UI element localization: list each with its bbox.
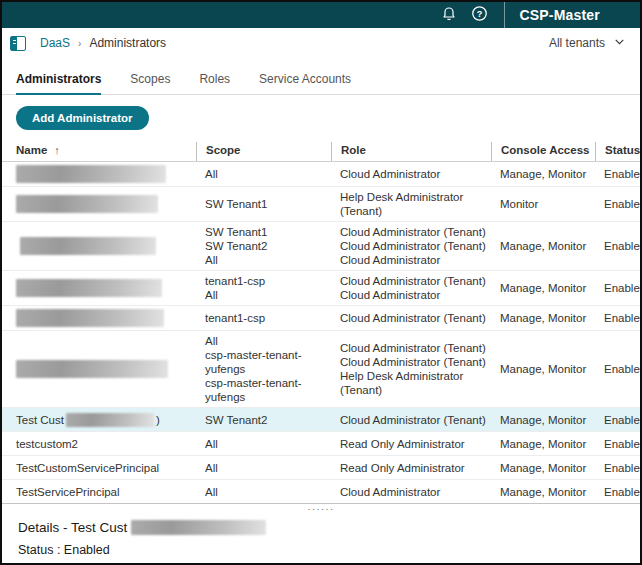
question-mark-icon: ? (471, 5, 488, 26)
role-cell: Read Only Administrator (331, 432, 491, 455)
name-cell (2, 187, 196, 221)
role-line: Cloud Administrator (Tenant) (340, 225, 487, 239)
console-access-cell: Manage, Monitor (491, 456, 595, 479)
name-cell (2, 271, 196, 305)
role-cell: Cloud Administrator (331, 480, 491, 503)
details-panel: Details - Test Cust Status : Enabled Sco… (2, 514, 640, 565)
details-resize-handle[interactable]: ······ (2, 504, 640, 514)
tab-roles[interactable]: Roles (199, 72, 230, 94)
redacted-name (16, 279, 162, 297)
table-row[interactable]: SW Tenant1SW Tenant2AllCloud Administrat… (2, 222, 640, 271)
scope-line: tenant1-csp (205, 274, 327, 288)
console-access-cell: Manage, Monitor (491, 408, 595, 431)
topbar-divider (504, 2, 505, 28)
table-row[interactable]: TestCustomServicePrincipalAllRead Only A… (2, 456, 640, 480)
name-cell (2, 306, 196, 330)
console-access-cell: Manage, Monitor (491, 480, 595, 503)
name-text: testcustom2 (16, 437, 192, 451)
status-cell: Enabled (595, 187, 642, 221)
status-cell: Enabled (595, 408, 642, 431)
role-cell: Cloud Administrator (Tenant) (331, 408, 491, 431)
status-cell: Enabled (595, 162, 642, 186)
details-title: Details - Test Cust (18, 520, 127, 535)
status-cell: Enabled (595, 222, 642, 270)
tab-service-accounts[interactable]: Service Accounts (259, 72, 351, 94)
scope-cell: All (196, 456, 331, 479)
console-access-cell: Manage, Monitor (491, 432, 595, 455)
breadcrumb-daas-link[interactable]: DaaS (40, 36, 70, 50)
table-row[interactable]: TestServicePrincipalAllCloud Administrat… (2, 480, 640, 504)
add-administrator-button[interactable]: Add Administrator (16, 106, 149, 130)
scope-line: All (205, 437, 327, 451)
console-access-cell: Manage, Monitor (491, 222, 595, 270)
table-row[interactable]: tenant1-cspCloud Administrator (Tenant)M… (2, 306, 640, 331)
citrix-cloud-window: ? CSP-Master DaaS › Administrators All t… (0, 0, 642, 565)
scope-line: All (205, 461, 327, 475)
name-text: ) (156, 413, 160, 427)
role-line: Cloud Administrator (340, 253, 487, 267)
redacted-name (16, 309, 164, 327)
table-row[interactable]: Allcsp-master-tenant-yufengscsp-master-t… (2, 331, 640, 408)
scope-line: csp-master-tenant-yufengs (205, 376, 327, 404)
column-header-scope[interactable]: Scope (196, 142, 331, 161)
table-row[interactable]: tenant1-cspAllCloud Administrator (Tenan… (2, 271, 640, 306)
scope-cell: SW Tenant1 (196, 187, 331, 221)
role-cell: Cloud Administrator (331, 162, 491, 186)
role-line: Cloud Administrator (Tenant) (340, 239, 487, 253)
role-line: Help Desk Administrator (Tenant) (340, 369, 487, 397)
status-cell: Enabled (595, 306, 642, 330)
status-cell: Enabled (595, 432, 642, 455)
scope-cell: SW Tenant2 (196, 408, 331, 431)
name-text: TestCustomServicePrincipal (16, 461, 192, 475)
table-row[interactable]: AllCloud AdministratorManage, MonitorEna… (2, 162, 640, 187)
scope-cell: tenant1-csp (196, 306, 331, 330)
drag-handle-icon: ······ (308, 506, 335, 512)
top-bar: ? CSP-Master (2, 2, 640, 28)
customer-name[interactable]: CSP-Master (511, 7, 632, 23)
tab-scopes[interactable]: Scopes (130, 72, 170, 94)
status-cell: Enabled (595, 480, 642, 503)
column-header-status[interactable]: Status (595, 142, 642, 161)
role-line: Cloud Administrator (Tenant) (340, 274, 487, 288)
name-text: TestServicePrincipal (16, 485, 192, 499)
redacted-name (16, 165, 166, 183)
role-cell: Cloud Administrator (Tenant)Cloud Admini… (331, 222, 491, 270)
column-header-name[interactable]: Name ↑ (2, 142, 196, 161)
role-cell: Help Desk Administrator (Tenant) (331, 187, 491, 221)
table-body: AllCloud AdministratorManage, MonitorEna… (2, 162, 640, 504)
scope-cell: All (196, 162, 331, 186)
table-row[interactable]: testcustom2AllRead Only AdministratorMan… (2, 432, 640, 456)
status-cell: Enabled (595, 331, 642, 407)
role-line: Help Desk Administrator (Tenant) (340, 190, 487, 218)
console-access-cell: Manage, Monitor (491, 331, 595, 407)
scope-cell: All (196, 480, 331, 503)
table-row[interactable]: SW Tenant1Help Desk Administrator (Tenan… (2, 187, 640, 222)
role-cell: Cloud Administrator (Tenant)Cloud Admini… (331, 271, 491, 305)
redacted-name (20, 237, 156, 255)
role-line: Read Only Administrator (340, 461, 487, 475)
role-line: Cloud Administrator (Tenant) (340, 413, 487, 427)
role-cell: Cloud Administrator (Tenant)Cloud Admini… (331, 331, 491, 407)
scope-line: All (205, 485, 327, 499)
role-line: Cloud Administrator (340, 167, 487, 181)
scope-cell: All (196, 432, 331, 455)
tab-strip: Administrators Scopes Roles Service Acco… (2, 58, 640, 95)
app-switcher-icon[interactable] (10, 36, 26, 51)
notifications-button[interactable] (434, 2, 464, 28)
tenant-filter-label: All tenants (549, 36, 605, 50)
console-access-cell: Manage, Monitor (491, 162, 595, 186)
column-header-console-access[interactable]: Console Access (491, 142, 595, 161)
scope-cell: Allcsp-master-tenant-yufengscsp-master-t… (196, 331, 331, 407)
table-row[interactable]: Test Cust)SW Tenant2Cloud Administrator … (2, 408, 640, 432)
column-header-role[interactable]: Role (331, 142, 491, 161)
name-cell (2, 331, 196, 407)
svg-text:?: ? (477, 8, 483, 18)
role-line: Cloud Administrator (Tenant) (340, 311, 487, 325)
tab-administrators[interactable]: Administrators (16, 72, 101, 94)
breadcrumb-current: Administrators (89, 36, 166, 50)
help-button[interactable]: ? (464, 2, 494, 28)
details-status: Status : Enabled (2, 535, 640, 565)
name-cell: TestCustomServicePrincipal (2, 456, 196, 479)
tenant-filter-dropdown[interactable]: All tenants (549, 35, 626, 51)
scope-line: SW Tenant1 (205, 225, 327, 239)
